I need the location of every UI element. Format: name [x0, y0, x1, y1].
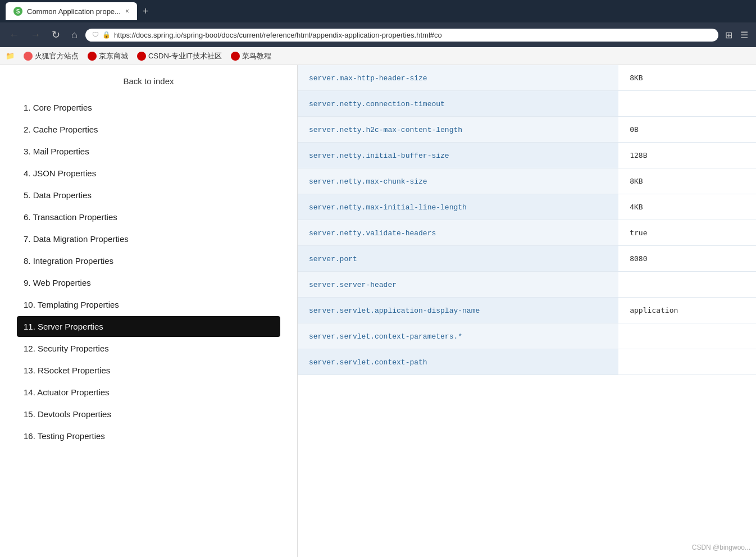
home-button[interactable]: ⌂	[68, 27, 81, 43]
table-row: server.servlet.context-path	[298, 349, 756, 375]
property-key-cell: server.netty.max-chunk-size	[298, 168, 618, 194]
sidebar-item-rsocket[interactable]: 13. RSocket Properties	[17, 360, 280, 381]
property-value-cell: 8KB	[618, 65, 756, 91]
sidebar-item-security[interactable]: 12. Security Properties	[17, 338, 280, 359]
property-key: server.netty.validate-headers	[309, 229, 436, 238]
property-value-cell: 128B	[618, 143, 756, 168]
property-key-cell: server.servlet.context-path	[298, 349, 618, 375]
new-tab-button[interactable]: +	[139, 6, 152, 17]
table-row: server.port8080	[298, 246, 756, 272]
property-value-cell: application	[618, 298, 756, 323]
property-key: server.servlet.context-path	[309, 358, 427, 367]
table-row: server.netty.h2c-max-content-length0B	[298, 117, 756, 143]
property-key: server.netty.connection-timeout	[309, 100, 445, 108]
bookmark-huohu-icon	[24, 52, 33, 61]
sidebar: Back to index 1. Core Properties 2. Cach…	[0, 65, 298, 557]
sidebar-item-testing[interactable]: 16. Testing Properties	[17, 426, 280, 446]
back-button[interactable]: ←	[6, 27, 22, 43]
active-tab[interactable]: S Common Application prope... ×	[6, 2, 137, 20]
table-row: server.servlet.application-display-namea…	[298, 298, 756, 323]
bookmark-huohu[interactable]: 火狐官方站点	[24, 51, 79, 61]
property-key-cell: server.netty.initial-buffer-size	[298, 143, 618, 168]
property-key: server.max-http-header-size	[309, 74, 427, 83]
property-key-cell: server.port	[298, 246, 618, 272]
nav-actions: ⊞ ☰	[723, 28, 750, 43]
sidebar-item-templating[interactable]: 10. Templating Properties	[17, 294, 280, 315]
property-key: server.netty.max-initial-line-length	[309, 203, 467, 212]
property-value-cell	[618, 349, 756, 375]
navigation-bar: ← → ↻ ⌂ 🛡 🔒 https://docs.spring.io/sprin…	[0, 22, 756, 47]
lock-icon: 🔒	[102, 31, 111, 39]
property-key: server.netty.initial-buffer-size	[309, 152, 449, 160]
sidebar-item-devtools[interactable]: 15. Devtools Properties	[17, 404, 280, 424]
property-value-cell	[618, 91, 756, 117]
bookmark-csdn-icon	[137, 52, 146, 61]
sidebar-item-core[interactable]: 1. Core Properties	[17, 97, 280, 118]
refresh-button[interactable]: ↻	[48, 26, 63, 43]
sidebar-item-mail[interactable]: 3. Mail Properties	[17, 141, 280, 162]
browser-chrome: S Common Application prope... × +	[0, 0, 756, 22]
url-text: https://docs.spring.io/spring-boot/docs/…	[114, 31, 712, 39]
property-value-cell	[618, 272, 756, 298]
property-value-cell: 8080	[618, 246, 756, 272]
table-row: server.max-http-header-size8KB	[298, 65, 756, 91]
table-row: server.netty.initial-buffer-size128B	[298, 143, 756, 168]
property-key-cell: server.netty.validate-headers	[298, 220, 618, 246]
bookmark-folder-icon: 📁	[6, 52, 15, 60]
property-key: server.port	[309, 255, 357, 263]
page-layout: Back to index 1. Core Properties 2. Cach…	[0, 65, 756, 557]
property-key-cell: server.servlet.application-display-name	[298, 298, 618, 323]
bookmark-jingdong[interactable]: 京东商城	[88, 51, 128, 61]
bookmark-runoob[interactable]: 菜鸟教程	[231, 51, 271, 61]
tab-label: Common Application prope...	[27, 7, 121, 16]
sidebar-item-web[interactable]: 9. Web Properties	[17, 272, 280, 293]
property-key: server.netty.max-chunk-size	[309, 177, 427, 186]
sidebar-item-cache[interactable]: 2. Cache Properties	[17, 119, 280, 140]
forward-button[interactable]: →	[27, 27, 44, 43]
property-key-cell: server.netty.h2c-max-content-length	[298, 117, 618, 143]
table-row: server.netty.max-chunk-size8KB	[298, 168, 756, 194]
sidebar-item-json[interactable]: 4. JSON Properties	[17, 163, 280, 184]
bookmark-csdn[interactable]: CSDN-专业IT技术社区	[137, 51, 222, 61]
property-key: server.server-header	[309, 281, 397, 289]
watermark: CSDN @bingwoo...	[692, 544, 750, 551]
property-key-cell: server.server-header	[298, 272, 618, 298]
property-key-cell: server.servlet.context-parameters.*	[298, 323, 618, 349]
menu-button[interactable]: ☰	[738, 28, 750, 43]
content-area: server.max-http-header-size8KBserver.net…	[298, 65, 756, 557]
back-to-index-link[interactable]: Back to index	[17, 76, 280, 86]
extensions-button[interactable]: ⊞	[723, 28, 735, 43]
property-value-cell: 0B	[618, 117, 756, 143]
sidebar-item-integration[interactable]: 8. Integration Properties	[17, 250, 280, 271]
bookmarks-bar: 📁 火狐官方站点 京东商城 CSDN-专业IT技术社区 菜鸟教程	[0, 47, 756, 65]
property-value-cell: 4KB	[618, 194, 756, 220]
sidebar-item-data[interactable]: 5. Data Properties	[17, 185, 280, 206]
table-row: server.server-header	[298, 272, 756, 298]
table-row: server.netty.connection-timeout	[298, 91, 756, 117]
properties-table: server.max-http-header-size8KBserver.net…	[298, 65, 756, 375]
tab-bar: S Common Application prope... × +	[6, 2, 152, 20]
property-key: server.netty.h2c-max-content-length	[309, 126, 462, 134]
sidebar-item-data-migration[interactable]: 7. Data Migration Properties	[17, 229, 280, 249]
bookmark-runoob-icon	[231, 52, 240, 61]
property-value-cell	[618, 323, 756, 349]
property-key-cell: server.netty.connection-timeout	[298, 91, 618, 117]
tab-favicon: S	[13, 7, 22, 16]
property-key-cell: server.max-http-header-size	[298, 65, 618, 91]
sidebar-item-server[interactable]: 11. Server Properties	[17, 316, 280, 337]
sidebar-item-actuator[interactable]: 14. Actuator Properties	[17, 382, 280, 403]
table-row: server.servlet.context-parameters.*	[298, 323, 756, 349]
sidebar-item-transaction[interactable]: 6. Transaction Properties	[17, 207, 280, 227]
property-value-cell: true	[618, 220, 756, 246]
property-key-cell: server.netty.max-initial-line-length	[298, 194, 618, 220]
address-bar[interactable]: 🛡 🔒 https://docs.spring.io/spring-boot/d…	[85, 29, 718, 42]
property-value-cell: 8KB	[618, 168, 756, 194]
table-row: server.netty.max-initial-line-length4KB	[298, 194, 756, 220]
shield-icon: 🛡	[92, 31, 99, 39]
tab-close-button[interactable]: ×	[125, 7, 129, 15]
property-key: server.servlet.application-display-name	[309, 307, 480, 315]
bookmark-jingdong-icon	[88, 52, 97, 61]
table-row: server.netty.validate-headerstrue	[298, 220, 756, 246]
property-key: server.servlet.context-parameters.*	[309, 332, 462, 341]
